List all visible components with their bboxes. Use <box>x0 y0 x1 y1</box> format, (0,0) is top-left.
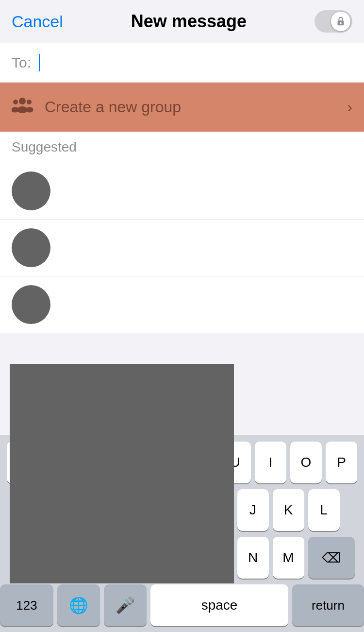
keyboard-row-4: 123 🌐 🎤 space return <box>0 584 364 626</box>
group-icon <box>12 96 33 118</box>
globe-key[interactable]: 🌐 <box>57 584 100 626</box>
backspace-key[interactable]: ⌫ <box>308 537 355 579</box>
backspace-icon: ⌫ <box>322 550 341 566</box>
key-n[interactable]: N <box>237 537 269 579</box>
key-m[interactable]: M <box>273 537 304 579</box>
mic-key[interactable]: 🎤 <box>104 584 147 626</box>
key-o[interactable]: O <box>290 442 322 483</box>
to-field[interactable]: To: <box>0 43 364 83</box>
globe-icon: 🌐 <box>69 596 88 615</box>
svg-point-2 <box>19 98 26 104</box>
create-group-label: Create a new group <box>45 98 181 116</box>
create-group-left: Create a new group <box>12 96 181 118</box>
key-j[interactable]: J <box>237 489 269 531</box>
to-label: To: <box>12 54 31 71</box>
return-key[interactable]: return <box>292 584 364 626</box>
svg-point-5 <box>12 107 19 113</box>
contact-row[interactable] <box>0 220 364 276</box>
suggested-section: Suggested <box>0 132 364 163</box>
header: Cancel New message <box>0 0 364 43</box>
contacts-list <box>0 163 364 333</box>
key-l[interactable]: L <box>308 489 340 531</box>
chevron-right-icon: › <box>347 98 352 116</box>
content-area <box>0 163 364 333</box>
space-key[interactable]: space <box>150 584 288 626</box>
lock-icon <box>336 16 346 27</box>
avatar <box>12 285 50 324</box>
page-title: New message <box>131 11 247 32</box>
svg-point-7 <box>26 107 33 113</box>
gray-square-overlay <box>10 364 234 583</box>
mic-icon: 🎤 <box>116 596 135 615</box>
svg-point-6 <box>27 100 32 104</box>
key-i[interactable]: I <box>255 442 286 483</box>
svg-point-1 <box>340 22 342 24</box>
contact-row[interactable] <box>0 276 364 333</box>
contact-row[interactable] <box>0 163 364 220</box>
svg-point-4 <box>13 100 18 104</box>
lock-toggle[interactable] <box>314 10 352 33</box>
avatar <box>12 228 50 267</box>
suggested-label: Suggested <box>12 139 352 163</box>
key-p[interactable]: P <box>326 442 357 483</box>
create-group-button[interactable]: Create a new group › <box>0 83 364 132</box>
people-icon <box>12 96 33 114</box>
cancel-button[interactable]: Cancel <box>12 12 63 31</box>
key-k[interactable]: K <box>273 489 304 531</box>
lock-knob <box>331 12 350 31</box>
text-cursor <box>39 54 40 71</box>
avatar <box>12 171 50 210</box>
numbers-key[interactable]: 123 <box>0 584 53 626</box>
